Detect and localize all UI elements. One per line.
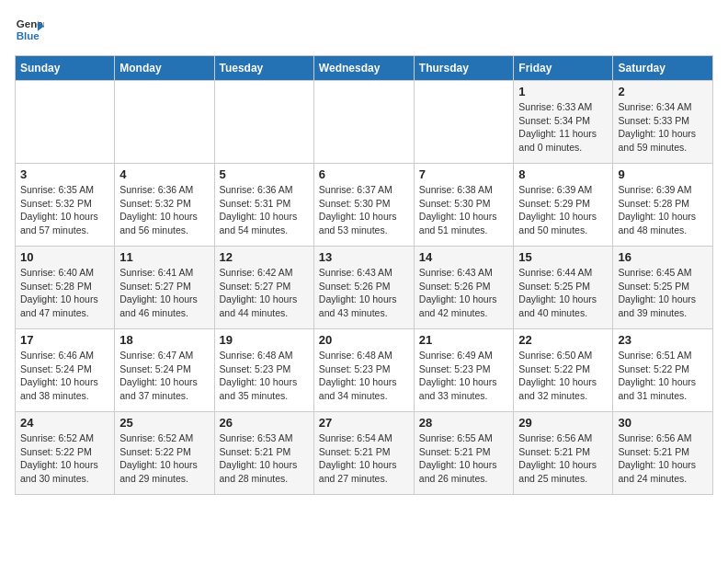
day-number: 3 <box>20 167 109 181</box>
day-info: Sunrise: 6:45 AM Sunset: 5:25 PM Dayligh… <box>618 266 708 320</box>
calendar-cell: 5Sunrise: 6:36 AM Sunset: 5:31 PM Daylig… <box>214 164 313 247</box>
day-number: 27 <box>319 416 409 430</box>
day-number: 7 <box>419 167 509 181</box>
day-number: 15 <box>518 250 608 264</box>
day-info: Sunrise: 6:55 AM Sunset: 5:21 PM Dayligh… <box>419 431 509 486</box>
calendar-cell: 1Sunrise: 6:33 AM Sunset: 5:34 PM Daylig… <box>514 81 613 164</box>
day-info: Sunrise: 6:48 AM Sunset: 5:23 PM Dayligh… <box>220 349 309 403</box>
day-info: Sunrise: 6:52 AM Sunset: 5:22 PM Dayligh… <box>20 431 109 486</box>
weekday-header-tuesday: Tuesday <box>214 56 313 81</box>
day-info: Sunrise: 6:56 AM Sunset: 5:21 PM Dayligh… <box>518 431 608 486</box>
calendar-cell <box>313 81 414 164</box>
day-number: 2 <box>618 85 708 98</box>
day-number: 30 <box>618 416 708 430</box>
day-number: 4 <box>119 167 209 181</box>
calendar-cell <box>16 81 115 164</box>
calendar-cell: 10Sunrise: 6:40 AM Sunset: 5:28 PM Dayli… <box>16 247 115 329</box>
calendar-cell: 19Sunrise: 6:48 AM Sunset: 5:23 PM Dayli… <box>214 329 313 412</box>
calendar-cell <box>214 81 313 164</box>
day-number: 1 <box>518 85 608 98</box>
calendar-cell: 27Sunrise: 6:54 AM Sunset: 5:21 PM Dayli… <box>313 412 414 495</box>
day-number: 13 <box>319 250 409 264</box>
day-number: 16 <box>618 250 708 264</box>
day-number: 12 <box>220 250 309 264</box>
calendar-cell: 17Sunrise: 6:46 AM Sunset: 5:24 PM Dayli… <box>16 329 115 412</box>
day-number: 17 <box>20 333 109 347</box>
calendar-cell: 22Sunrise: 6:50 AM Sunset: 5:22 PM Dayli… <box>514 329 613 412</box>
logo-icon: General Blue <box>15 15 44 44</box>
calendar-cell: 18Sunrise: 6:47 AM Sunset: 5:24 PM Dayli… <box>115 329 214 412</box>
calendar-cell: 8Sunrise: 6:39 AM Sunset: 5:29 PM Daylig… <box>514 164 613 247</box>
calendar-cell: 28Sunrise: 6:55 AM Sunset: 5:21 PM Dayli… <box>414 412 514 495</box>
logo: General Blue <box>15 15 44 44</box>
day-info: Sunrise: 6:43 AM Sunset: 5:26 PM Dayligh… <box>419 266 509 320</box>
day-number: 23 <box>618 333 708 347</box>
day-number: 20 <box>319 333 409 347</box>
day-number: 24 <box>20 416 109 430</box>
weekday-header-thursday: Thursday <box>414 56 514 81</box>
day-info: Sunrise: 6:34 AM Sunset: 5:33 PM Dayligh… <box>618 100 708 155</box>
day-info: Sunrise: 6:53 AM Sunset: 5:21 PM Dayligh… <box>220 431 309 486</box>
day-info: Sunrise: 6:46 AM Sunset: 5:24 PM Dayligh… <box>20 349 109 403</box>
day-number: 26 <box>220 416 309 430</box>
day-number: 8 <box>518 167 608 181</box>
weekday-header-friday: Friday <box>514 56 613 81</box>
day-info: Sunrise: 6:39 AM Sunset: 5:29 PM Dayligh… <box>518 183 608 237</box>
day-info: Sunrise: 6:37 AM Sunset: 5:30 PM Dayligh… <box>319 183 409 237</box>
day-info: Sunrise: 6:41 AM Sunset: 5:27 PM Dayligh… <box>119 266 209 320</box>
day-number: 25 <box>119 416 209 430</box>
day-info: Sunrise: 6:33 AM Sunset: 5:34 PM Dayligh… <box>518 100 608 155</box>
day-info: Sunrise: 6:50 AM Sunset: 5:22 PM Dayligh… <box>518 349 608 403</box>
day-info: Sunrise: 6:35 AM Sunset: 5:32 PM Dayligh… <box>20 183 109 237</box>
calendar-cell: 15Sunrise: 6:44 AM Sunset: 5:25 PM Dayli… <box>514 247 613 329</box>
day-number: 29 <box>518 416 608 430</box>
week-row-4: 17Sunrise: 6:46 AM Sunset: 5:24 PM Dayli… <box>16 329 713 412</box>
day-info: Sunrise: 6:49 AM Sunset: 5:23 PM Dayligh… <box>419 349 509 403</box>
day-number: 18 <box>119 333 209 347</box>
day-number: 14 <box>419 250 509 264</box>
weekday-header-row: SundayMondayTuesdayWednesdayThursdayFrid… <box>16 56 713 81</box>
calendar-cell: 9Sunrise: 6:39 AM Sunset: 5:28 PM Daylig… <box>613 164 713 247</box>
calendar-cell: 20Sunrise: 6:48 AM Sunset: 5:23 PM Dayli… <box>313 329 414 412</box>
day-info: Sunrise: 6:54 AM Sunset: 5:21 PM Dayligh… <box>319 431 409 486</box>
day-info: Sunrise: 6:43 AM Sunset: 5:26 PM Dayligh… <box>319 266 409 320</box>
day-info: Sunrise: 6:44 AM Sunset: 5:25 PM Dayligh… <box>518 266 608 320</box>
weekday-header-monday: Monday <box>115 56 214 81</box>
calendar-cell: 13Sunrise: 6:43 AM Sunset: 5:26 PM Dayli… <box>313 247 414 329</box>
day-info: Sunrise: 6:47 AM Sunset: 5:24 PM Dayligh… <box>119 349 209 403</box>
day-number: 6 <box>319 167 409 181</box>
day-info: Sunrise: 6:48 AM Sunset: 5:23 PM Dayligh… <box>319 349 409 403</box>
day-info: Sunrise: 6:36 AM Sunset: 5:31 PM Dayligh… <box>220 183 309 237</box>
weekday-header-saturday: Saturday <box>613 56 713 81</box>
calendar-cell: 23Sunrise: 6:51 AM Sunset: 5:22 PM Dayli… <box>613 329 713 412</box>
calendar-cell: 14Sunrise: 6:43 AM Sunset: 5:26 PM Dayli… <box>414 247 514 329</box>
day-number: 28 <box>419 416 509 430</box>
calendar-cell: 25Sunrise: 6:52 AM Sunset: 5:22 PM Dayli… <box>115 412 214 495</box>
calendar-cell: 3Sunrise: 6:35 AM Sunset: 5:32 PM Daylig… <box>16 164 115 247</box>
day-number: 9 <box>618 167 708 181</box>
day-info: Sunrise: 6:42 AM Sunset: 5:27 PM Dayligh… <box>220 266 309 320</box>
day-info: Sunrise: 6:36 AM Sunset: 5:32 PM Dayligh… <box>119 183 209 237</box>
day-info: Sunrise: 6:39 AM Sunset: 5:28 PM Dayligh… <box>618 183 708 237</box>
calendar-table: SundayMondayTuesdayWednesdayThursdayFrid… <box>15 55 713 495</box>
calendar-cell: 2Sunrise: 6:34 AM Sunset: 5:33 PM Daylig… <box>613 81 713 164</box>
day-number: 5 <box>220 167 309 181</box>
day-number: 11 <box>119 250 209 264</box>
calendar-cell: 26Sunrise: 6:53 AM Sunset: 5:21 PM Dayli… <box>214 412 313 495</box>
day-number: 21 <box>419 333 509 347</box>
calendar-cell: 21Sunrise: 6:49 AM Sunset: 5:23 PM Dayli… <box>414 329 514 412</box>
week-row-1: 1Sunrise: 6:33 AM Sunset: 5:34 PM Daylig… <box>16 81 713 164</box>
calendar-cell: 6Sunrise: 6:37 AM Sunset: 5:30 PM Daylig… <box>313 164 414 247</box>
calendar-cell: 12Sunrise: 6:42 AM Sunset: 5:27 PM Dayli… <box>214 247 313 329</box>
day-info: Sunrise: 6:40 AM Sunset: 5:28 PM Dayligh… <box>20 266 109 320</box>
calendar-cell: 7Sunrise: 6:38 AM Sunset: 5:30 PM Daylig… <box>414 164 514 247</box>
calendar-cell: 11Sunrise: 6:41 AM Sunset: 5:27 PM Dayli… <box>115 247 214 329</box>
page-header: General Blue <box>15 15 713 44</box>
calendar-cell <box>414 81 514 164</box>
day-info: Sunrise: 6:52 AM Sunset: 5:22 PM Dayligh… <box>119 431 209 486</box>
weekday-header-wednesday: Wednesday <box>313 56 414 81</box>
calendar-cell: 16Sunrise: 6:45 AM Sunset: 5:25 PM Dayli… <box>613 247 713 329</box>
calendar-cell: 29Sunrise: 6:56 AM Sunset: 5:21 PM Dayli… <box>514 412 613 495</box>
week-row-2: 3Sunrise: 6:35 AM Sunset: 5:32 PM Daylig… <box>16 164 713 247</box>
svg-text:Blue: Blue <box>17 30 40 41</box>
